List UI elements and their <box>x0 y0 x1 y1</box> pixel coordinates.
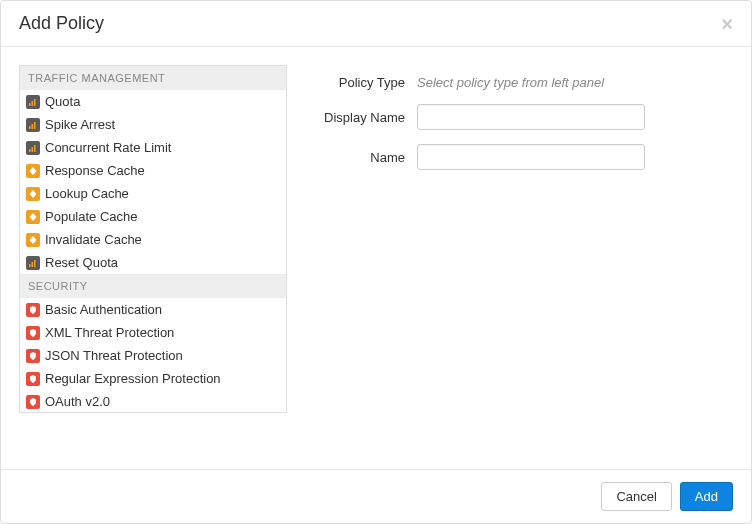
quota-icon <box>26 256 40 270</box>
policy-item[interactable]: Populate Cache <box>20 205 286 228</box>
policy-item-label: Populate Cache <box>45 209 138 224</box>
security-icon <box>26 372 40 386</box>
svg-marker-9 <box>30 167 37 175</box>
category-header: SECURITY <box>20 274 286 298</box>
policy-item-label: Quota <box>45 94 80 109</box>
svg-marker-12 <box>30 236 37 244</box>
dialog-body: TRAFFIC MANAGEMENTQuotaSpike ArrestConcu… <box>1 47 751 469</box>
security-icon <box>26 395 40 409</box>
policy-list-panel[interactable]: TRAFFIC MANAGEMENTQuotaSpike ArrestConcu… <box>19 65 287 413</box>
form-panel: Policy Type Select policy type from left… <box>301 65 733 451</box>
policy-item[interactable]: XML Threat Protection <box>20 321 286 344</box>
cache-icon <box>26 187 40 201</box>
svg-marker-10 <box>30 190 37 198</box>
svg-rect-14 <box>32 262 34 267</box>
svg-rect-8 <box>34 145 36 152</box>
dialog-header: Add Policy × <box>1 1 751 47</box>
quota-icon <box>26 118 40 132</box>
policy-item-label: Regular Expression Protection <box>45 371 221 386</box>
svg-rect-2 <box>34 99 36 106</box>
policy-item-label: Basic Authentication <box>45 302 162 317</box>
policy-item[interactable]: OAuth v2.0 <box>20 390 286 413</box>
policy-type-row: Policy Type Select policy type from left… <box>301 75 713 90</box>
policy-type-value: Select policy type from left panel <box>417 75 604 90</box>
svg-rect-6 <box>29 149 31 152</box>
policy-item[interactable]: Regular Expression Protection <box>20 367 286 390</box>
svg-rect-15 <box>34 260 36 267</box>
policy-item-label: JSON Threat Protection <box>45 348 183 363</box>
category-header: TRAFFIC MANAGEMENT <box>20 66 286 90</box>
policy-item-label: Concurrent Rate Limit <box>45 140 171 155</box>
policy-item-label: Reset Quota <box>45 255 118 270</box>
add-button[interactable]: Add <box>680 482 733 511</box>
quota-icon <box>26 141 40 155</box>
policy-item-label: Spike Arrest <box>45 117 115 132</box>
policy-item-label: XML Threat Protection <box>45 325 174 340</box>
svg-rect-1 <box>32 101 34 106</box>
svg-rect-4 <box>32 124 34 129</box>
display-name-row: Display Name <box>301 104 713 130</box>
policy-item-label: Invalidate Cache <box>45 232 142 247</box>
display-name-input[interactable] <box>417 104 645 130</box>
display-name-label: Display Name <box>301 110 417 125</box>
policy-item[interactable]: Response Cache <box>20 159 286 182</box>
name-row: Name <box>301 144 713 170</box>
security-icon <box>26 349 40 363</box>
policy-item[interactable]: Concurrent Rate Limit <box>20 136 286 159</box>
policy-item[interactable]: Reset Quota <box>20 251 286 274</box>
policy-type-label: Policy Type <box>301 75 417 90</box>
policy-item-label: Lookup Cache <box>45 186 129 201</box>
dialog-footer: Cancel Add <box>1 469 751 523</box>
policy-item-label: OAuth v2.0 <box>45 394 110 409</box>
cache-icon <box>26 233 40 247</box>
security-icon <box>26 303 40 317</box>
name-label: Name <box>301 150 417 165</box>
cache-icon <box>26 164 40 178</box>
dialog-title: Add Policy <box>19 13 104 34</box>
policy-item-label: Response Cache <box>45 163 145 178</box>
policy-item[interactable]: Spike Arrest <box>20 113 286 136</box>
quota-icon <box>26 95 40 109</box>
name-input[interactable] <box>417 144 645 170</box>
close-icon[interactable]: × <box>721 14 733 34</box>
cache-icon <box>26 210 40 224</box>
policy-item[interactable]: Lookup Cache <box>20 182 286 205</box>
policy-item[interactable]: Quota <box>20 90 286 113</box>
svg-rect-5 <box>34 122 36 129</box>
policy-item[interactable]: JSON Threat Protection <box>20 344 286 367</box>
svg-rect-3 <box>29 126 31 129</box>
policy-item[interactable]: Basic Authentication <box>20 298 286 321</box>
svg-marker-11 <box>30 213 37 221</box>
svg-rect-13 <box>29 264 31 267</box>
policy-item[interactable]: Invalidate Cache <box>20 228 286 251</box>
security-icon <box>26 326 40 340</box>
svg-rect-0 <box>29 103 31 106</box>
svg-rect-7 <box>32 147 34 152</box>
cancel-button[interactable]: Cancel <box>601 482 671 511</box>
